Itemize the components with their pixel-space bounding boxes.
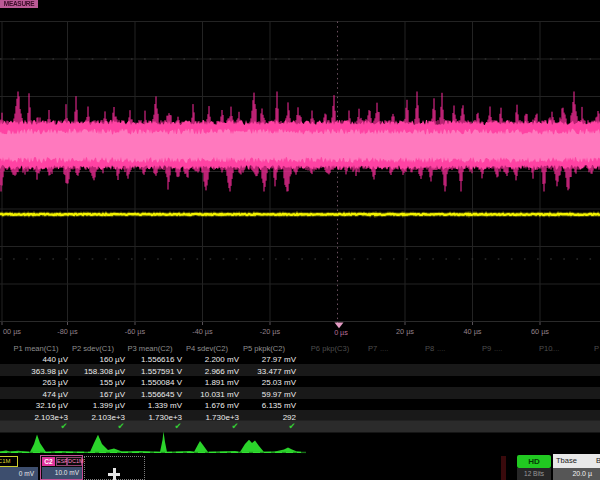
- svg-text:263 µV: 263 µV: [42, 378, 68, 387]
- svg-text:....: ....: [437, 344, 445, 353]
- svg-text:60 µs: 60 µs: [531, 327, 549, 336]
- svg-text:20 µs: 20 µs: [396, 327, 414, 336]
- svg-text:59.97 mV: 59.97 mV: [262, 390, 297, 399]
- svg-text:363.98 µV: 363.98 µV: [31, 367, 68, 376]
- svg-text:1.891 mV: 1.891 mV: [205, 378, 240, 387]
- svg-text:25.03 mV: 25.03 mV: [262, 378, 297, 387]
- svg-text:0 µs: 0 µs: [334, 328, 348, 337]
- svg-text:P6 pkp(C3): P6 pkp(C3): [311, 344, 350, 353]
- svg-text:P: P: [594, 344, 599, 353]
- svg-text:-40 µs: -40 µs: [192, 327, 213, 336]
- svg-text:✔: ✔: [231, 421, 238, 431]
- svg-text:32.16 µV: 32.16 µV: [36, 401, 69, 410]
- svg-text:1.676 mV: 1.676 mV: [205, 401, 240, 410]
- svg-text:2.966 mV: 2.966 mV: [205, 367, 240, 376]
- svg-text:440 µV: 440 µV: [42, 355, 68, 364]
- svg-text:1.556616 V: 1.556616 V: [141, 355, 183, 364]
- svg-text:160 µV: 160 µV: [99, 355, 125, 364]
- svg-text:474 µV: 474 µV: [42, 390, 68, 399]
- svg-text:P7: P7: [368, 344, 377, 353]
- svg-text:1.339 mV: 1.339 mV: [148, 401, 183, 410]
- svg-text:1.556645 V: 1.556645 V: [141, 390, 183, 399]
- svg-text:10.031 mV: 10.031 mV: [200, 390, 239, 399]
- svg-text:33.477 mV: 33.477 mV: [257, 367, 296, 376]
- svg-text:✔: ✔: [288, 421, 295, 431]
- svg-text:P9: P9: [482, 344, 491, 353]
- svg-text:P3 mean(C2): P3 mean(C2): [127, 344, 173, 353]
- svg-text:-20 µs: -20 µs: [260, 327, 281, 336]
- svg-text:40 µs: 40 µs: [464, 327, 482, 336]
- svg-text:155 µV: 155 µV: [99, 378, 125, 387]
- svg-text:P4 sdev(C2): P4 sdev(C2): [186, 344, 229, 353]
- svg-text:27.97 mV: 27.97 mV: [262, 355, 297, 364]
- svg-text:-80 µs: -80 µs: [57, 327, 78, 336]
- svg-text:✔: ✔: [174, 421, 181, 431]
- svg-text:P1 mean(C1): P1 mean(C1): [13, 344, 59, 353]
- svg-text:P2 sdev(C1): P2 sdev(C1): [72, 344, 115, 353]
- svg-text:1.550084 V: 1.550084 V: [141, 378, 183, 387]
- svg-text:P5 pkpk(C2): P5 pkpk(C2): [243, 344, 286, 353]
- svg-text:1.557591 V: 1.557591 V: [141, 367, 183, 376]
- svg-text:....: ....: [551, 344, 559, 353]
- svg-text:....: ....: [494, 344, 502, 353]
- svg-text:158.308 µV: 158.308 µV: [84, 367, 126, 376]
- svg-text:✔: ✔: [60, 421, 67, 431]
- svg-text:00 µs: 00 µs: [3, 327, 21, 336]
- svg-text:....: ....: [380, 344, 388, 353]
- svg-text:-60 µs: -60 µs: [125, 327, 146, 336]
- svg-text:6.135 mV: 6.135 mV: [262, 401, 297, 410]
- svg-text:P8: P8: [425, 344, 434, 353]
- svg-text:2.200 mV: 2.200 mV: [205, 355, 240, 364]
- svg-text:1.399 µV: 1.399 µV: [93, 401, 126, 410]
- svg-text:✔: ✔: [117, 421, 124, 431]
- svg-text:167 µV: 167 µV: [99, 390, 125, 399]
